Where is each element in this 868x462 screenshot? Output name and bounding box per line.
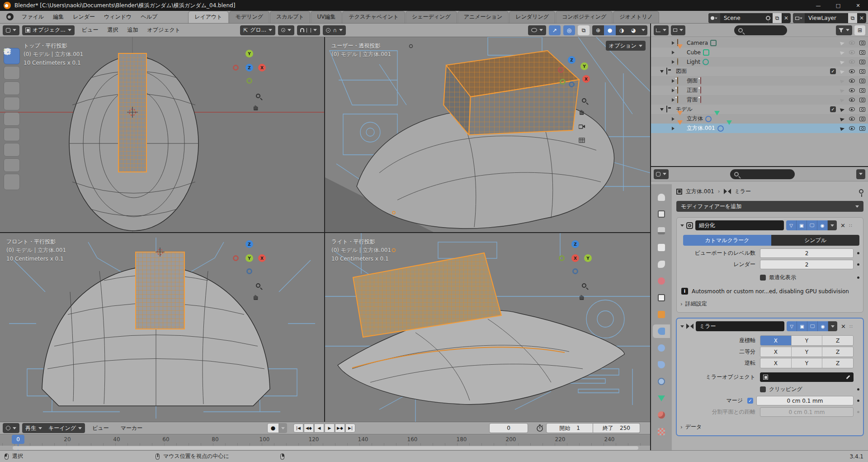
mirror-object-field[interactable]	[760, 372, 854, 382]
outliner-editor-type-button[interactable]	[654, 25, 669, 35]
pivot-point-dropdown[interactable]	[278, 25, 294, 35]
toggle-edit-mode[interactable]: ▽	[787, 321, 797, 331]
viewlayer-icon[interactable]	[793, 13, 805, 23]
tab-shading[interactable]: シェーディング	[406, 11, 457, 23]
timeline-marker-menu[interactable]: マーカー	[116, 422, 147, 434]
animate-dot[interactable]	[857, 276, 859, 279]
toggle-on-cage[interactable]: ▣	[797, 321, 807, 331]
tab-layout[interactable]: レイアウト	[188, 11, 228, 23]
play-button[interactable]: ▶	[325, 424, 335, 433]
proportional-edit-toggle[interactable]: ∩	[323, 25, 346, 35]
axis-y-button[interactable]: Y	[792, 336, 823, 345]
clipping-checkbox[interactable]: ✓	[760, 386, 766, 392]
record-button[interactable]: ●	[267, 423, 279, 433]
bisect-z-button[interactable]: Z	[822, 347, 853, 357]
tool-rotate[interactable]	[4, 97, 20, 110]
tab-compositing[interactable]: コンポジティング	[556, 11, 613, 23]
tab-animation[interactable]: アニメーション	[458, 11, 509, 23]
viewport-menu-select[interactable]: 選択	[103, 24, 123, 37]
tab-geometry-nodes[interactable]: ジオメトリノ	[613, 11, 659, 23]
breadcrumb-modifier[interactable]: ミラー	[735, 188, 751, 195]
modifier-name-field[interactable]: ミラー	[696, 321, 784, 331]
collection-checkbox[interactable]: ✓	[830, 68, 836, 74]
previous-keyframe-button[interactable]: ◀◆	[304, 424, 314, 433]
viewport-levels-field[interactable]: 2	[760, 248, 854, 258]
quad-right-view[interactable]: ライト・平行投影 (0) モデル | 立方体.001 10 Centimeter…	[325, 233, 650, 422]
camera-view-button[interactable]	[579, 124, 590, 135]
outliner-row-sokumen[interactable]: 側面	[651, 76, 868, 86]
animate-dot[interactable]	[857, 252, 859, 254]
flip-z-button[interactable]: Z	[822, 358, 853, 368]
shading-dropdown[interactable]	[639, 25, 647, 35]
shading-solid-button[interactable]: ●	[604, 25, 616, 35]
mode-dropdown[interactable]: オブジェク...	[22, 25, 75, 35]
flip-x-button[interactable]: X	[760, 358, 792, 368]
scene-unlink-button[interactable]: ✕	[782, 13, 791, 23]
show-object-types-dropdown[interactable]	[528, 25, 546, 35]
animate-dot[interactable]	[857, 388, 859, 391]
scene-new-button[interactable]: ⧉	[773, 13, 782, 23]
panel-expand-icon[interactable]	[680, 224, 684, 227]
add-modifier-button[interactable]: モディファイアーを追加	[676, 201, 863, 212]
tab-texture[interactable]	[653, 425, 670, 438]
zoom-tool-user[interactable]	[579, 95, 590, 106]
outliner-row-shomen[interactable]: 正面	[651, 86, 868, 95]
bisect-distance-field[interactable]: 0 cm 0.1 mm	[760, 407, 854, 417]
new-collection-button[interactable]: ⊞	[854, 25, 865, 35]
pan-tool-top[interactable]	[253, 104, 264, 115]
blender-menu-icon[interactable]	[6, 13, 14, 20]
outliner-row-collection-zumen[interactable]: 図面 ✓	[651, 67, 868, 76]
outliner-row-light[interactable]: Light	[651, 57, 868, 67]
modifier-extras-dropdown[interactable]	[828, 321, 837, 331]
tool-measure[interactable]	[4, 158, 20, 172]
outliner-filter-dropdown[interactable]	[836, 25, 852, 35]
tab-sculpt[interactable]: スカルプト	[270, 11, 310, 23]
tab-particles[interactable]	[653, 341, 670, 355]
next-keyframe-button[interactable]: ▶◆	[335, 424, 345, 433]
properties-filter-dropdown[interactable]	[856, 169, 865, 179]
menu-file[interactable]: ファイル	[17, 10, 48, 23]
menu-edit[interactable]: 編集	[48, 10, 68, 23]
scene-selector[interactable]: Scene ⧉ ✕	[708, 13, 791, 23]
pan-tool-front[interactable]	[253, 294, 264, 305]
frame-start-field[interactable]: 開始1	[546, 423, 593, 433]
snap-toggle[interactable]	[297, 25, 320, 35]
overlays-toggle[interactable]: ◎	[563, 25, 575, 35]
tab-scene[interactable]	[653, 257, 670, 271]
outliner-display-mode-dropdown[interactable]	[671, 25, 685, 35]
scene-name[interactable]: Scene	[720, 15, 764, 21]
timeline-view-menu[interactable]: ビュー	[88, 422, 113, 434]
outliner-row-rippotai-001[interactable]: 立方体.001	[651, 124, 868, 133]
nav-gizmo-front[interactable]: Z Y X	[232, 240, 266, 275]
tool-add-cube[interactable]	[4, 174, 20, 190]
viewport-3d[interactable]: オブジェク... ビュー 選択 追加 オブジェクト ⇱ グロ... ∩ ↗ ◎ …	[0, 24, 650, 422]
tab-world[interactable]	[653, 274, 670, 288]
merge-distance-field[interactable]: 0 cm 0.1 mm	[756, 396, 854, 405]
properties-editor-type-button[interactable]	[654, 169, 669, 179]
tab-view-layer[interactable]	[653, 241, 670, 254]
pan-tool-user[interactable]	[579, 109, 590, 119]
modifier-drag-handle[interactable]: ∷	[849, 223, 852, 228]
record-dropdown[interactable]	[279, 423, 287, 433]
quad-top-view[interactable]: トップ・平行投影 (0) モデル | 立方体.001 10 Centimeter…	[0, 37, 324, 232]
tab-modifiers[interactable]	[653, 324, 670, 338]
properties-search-input[interactable]	[730, 169, 794, 179]
tab-material[interactable]	[653, 408, 670, 422]
playback-menu[interactable]: 再生キーイング	[22, 423, 85, 433]
shading-rendered-button[interactable]: ◕	[627, 25, 639, 35]
editor-type-button[interactable]	[3, 25, 19, 35]
keying-menu[interactable]: キーイング	[48, 424, 76, 432]
tab-collection[interactable]	[653, 291, 670, 305]
outliner-row-rippotai[interactable]: 立方体	[651, 114, 868, 124]
gizmos-toggle[interactable]: ↗	[549, 25, 561, 35]
tab-tool[interactable]	[653, 191, 670, 204]
quad-user-view[interactable]: ユーザー・透視投影 (0) モデル | 立方体.001 オプション Z Y X	[325, 37, 650, 232]
play-reverse-button[interactable]: ◀	[314, 424, 324, 433]
menu-window[interactable]: ウィンドウ	[99, 10, 136, 23]
playhead[interactable]: 0	[12, 435, 24, 444]
nav-gizmo-user[interactable]: Z Y X	[558, 55, 592, 90]
tab-object[interactable]	[653, 308, 670, 321]
viewport-menu-object[interactable]: オブジェクト	[142, 24, 185, 37]
minimize-button[interactable]: —	[808, 0, 828, 11]
maximize-button[interactable]: □	[828, 0, 848, 11]
